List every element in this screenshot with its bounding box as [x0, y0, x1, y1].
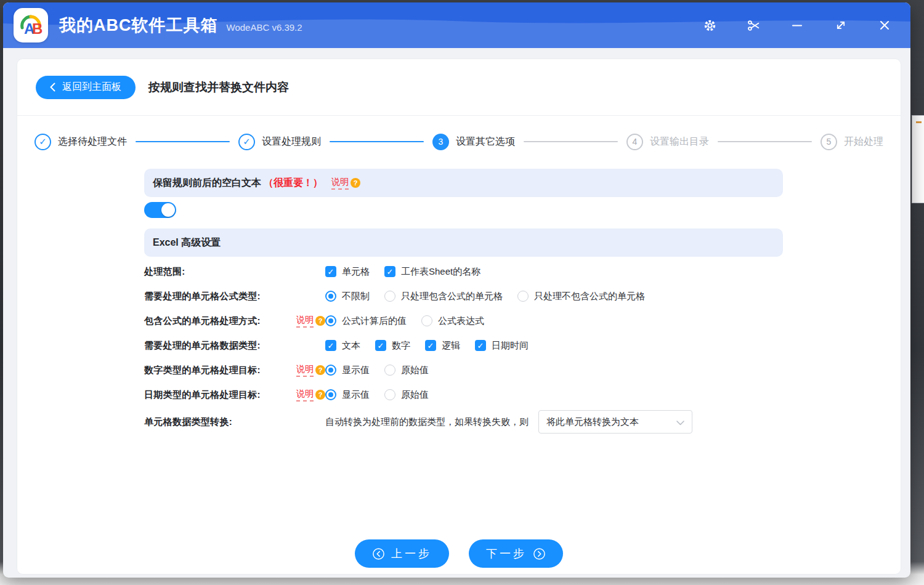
radio-icon: [325, 291, 336, 302]
form-row: 日期类型的单元格处理目标:说明?显示值原始值: [144, 382, 901, 407]
step-connector: [524, 141, 618, 142]
help-link-label: 说明: [331, 177, 349, 190]
excel-section-header: Excel 高级设置: [144, 228, 783, 257]
chevron-left-icon: [50, 83, 55, 92]
help-link[interactable]: 说明?: [296, 389, 325, 401]
step-label: 设置其它选项: [456, 135, 515, 148]
radio-option[interactable]: 公式计算后的值: [325, 315, 407, 327]
step-3: 3设置其它选项: [432, 134, 515, 150]
checkbox-option[interactable]: ✓数字: [375, 340, 410, 352]
form-row: 包含公式的单元格处理方式:说明?公式计算后的值公式表达式: [144, 309, 901, 333]
app-version: WodeABC v6.39.2: [227, 22, 302, 33]
help-link[interactable]: 说明 ?: [331, 177, 360, 190]
row-label-text: 需要处理的单元格数据类型:: [144, 340, 261, 352]
help-question-icon: ?: [351, 178, 360, 188]
step-label: 设置处理规则: [262, 135, 321, 148]
content: 保留规则前后的空白文本 （很重要！） 说明 ? Excel 高级设置 处理范围:…: [17, 155, 901, 437]
row-label-text: 日期类型的单元格处理目标:: [144, 389, 261, 401]
card-header: 返回到主面板 按规则查找并替换文件内容: [17, 59, 901, 116]
titlebar-actions: [702, 18, 892, 33]
type-convert-dropdown[interactable]: 将此单元格转换为文本: [538, 410, 692, 434]
maximize-icon[interactable]: [833, 18, 848, 33]
checkbox-option[interactable]: ✓单元格: [325, 266, 370, 278]
form-row: 处理范围:✓单元格✓工作表Sheet的名称: [144, 259, 901, 284]
radio-icon: [325, 389, 336, 400]
row-label-text: 需要处理的单元格公式类型:: [144, 291, 261, 302]
help-question-icon: ?: [315, 316, 325, 326]
radio-option[interactable]: 只处理包含公式的单元格: [384, 291, 503, 302]
radio-icon: [325, 365, 336, 376]
toggle-row: [144, 202, 901, 218]
excel-section-title: Excel 高级设置: [153, 236, 221, 249]
radio-label: 显示值: [342, 389, 370, 401]
step-connector: [718, 141, 812, 142]
minimize-icon[interactable]: [790, 18, 804, 33]
next-step-label: 下一步: [486, 546, 527, 561]
app-window: A B 我的ABC软件工具箱 WodeABC v6.39.2: [3, 2, 910, 578]
close-icon[interactable]: [877, 18, 892, 33]
checkbox-option[interactable]: ✓日期时间: [475, 340, 529, 352]
radio-option[interactable]: 公式表达式: [421, 315, 484, 327]
row-controls: ✓单元格✓工作表Sheet的名称: [325, 266, 480, 278]
radio-option[interactable]: 原始值: [384, 389, 429, 401]
row-label: 日期类型的单元格处理目标:说明?: [144, 389, 325, 401]
background-window-fragment: [912, 115, 924, 203]
radio-option[interactable]: 原始值: [384, 365, 429, 376]
step-5: 5开始处理: [821, 134, 883, 150]
row-controls: 公式计算后的值公式表达式: [325, 315, 484, 327]
app-logo-icon: A B: [17, 12, 44, 39]
step-4: 4设置输出目录: [626, 134, 709, 150]
prev-step-button[interactable]: 上一步: [355, 539, 449, 568]
checkbox-icon: ✓: [475, 340, 486, 351]
checkbox-option[interactable]: ✓工作表Sheet的名称: [384, 266, 480, 278]
radio-option[interactable]: 只处理不包含公式的单元格: [517, 291, 645, 302]
row-label-text: 包含公式的单元格处理方式:: [144, 315, 261, 327]
help-link-label: 说明: [296, 389, 314, 401]
radio-option[interactable]: 显示值: [325, 389, 370, 401]
checkbox-icon: ✓: [325, 340, 336, 351]
back-to-dashboard-button[interactable]: 返回到主面板: [36, 76, 136, 99]
excel-settings-rows: 处理范围:✓单元格✓工作表Sheet的名称需要处理的单元格公式类型:不限制只处理…: [144, 259, 901, 437]
checkbox-option[interactable]: ✓逻辑: [425, 340, 460, 352]
help-question-icon: ?: [315, 390, 325, 400]
checkbox-label: 文本: [342, 340, 360, 352]
checkbox-icon: ✓: [325, 266, 336, 277]
step-1: ✓选择待处理文件: [34, 134, 127, 150]
whitespace-section-header: 保留规则前后的空白文本 （很重要！） 说明 ?: [144, 169, 783, 197]
help-link[interactable]: 说明?: [296, 315, 325, 328]
radio-label: 原始值: [401, 365, 429, 376]
radio-label: 只处理不包含公式的单元格: [534, 291, 645, 302]
row-label: 包含公式的单元格处理方式:说明?: [144, 315, 325, 328]
radio-option[interactable]: 不限制: [325, 291, 370, 302]
row-controls: ✓文本✓数字✓逻辑✓日期时间: [325, 340, 529, 352]
help-link[interactable]: 说明?: [296, 364, 325, 377]
radio-label: 显示值: [342, 365, 370, 376]
help-link-label: 说明: [296, 315, 314, 328]
checkbox-option[interactable]: ✓文本: [325, 340, 360, 352]
radio-label: 只处理包含公式的单元格: [401, 291, 503, 302]
step-connector: [136, 141, 230, 142]
whitespace-section-title: 保留规则前后的空白文本: [153, 177, 261, 190]
app-title: 我的ABC软件工具箱: [59, 14, 218, 36]
form-row: 单元格数据类型转换:自动转换为处理前的数据类型，如果转换失败，则将此单元格转换为…: [144, 407, 901, 437]
checkbox-label: 数字: [392, 340, 410, 352]
radio-icon: [421, 315, 432, 326]
app-logo: A B: [14, 8, 48, 42]
radio-icon: [384, 389, 395, 400]
circle-arrow-right-icon: [533, 547, 546, 560]
help-question-icon: ?: [315, 365, 325, 375]
whitespace-toggle[interactable]: [144, 202, 176, 218]
checkbox-icon: ✓: [425, 340, 436, 351]
form-row: 需要处理的单元格公式类型:不限制只处理包含公式的单元格只处理不包含公式的单元格: [144, 284, 901, 309]
form-row: 需要处理的单元格数据类型:✓文本✓数字✓逻辑✓日期时间: [144, 333, 901, 358]
radio-icon: [384, 291, 395, 302]
circle-arrow-left-icon: [372, 547, 385, 560]
settings-gear-icon[interactable]: [702, 18, 717, 33]
radio-option[interactable]: 显示值: [325, 365, 370, 376]
step-connector: [330, 141, 424, 142]
scissors-icon[interactable]: [746, 18, 761, 33]
step-check-icon: ✓: [238, 134, 255, 150]
next-step-button[interactable]: 下一步: [469, 539, 563, 568]
radio-icon: [384, 365, 395, 376]
step-2: ✓设置处理规则: [238, 134, 321, 150]
